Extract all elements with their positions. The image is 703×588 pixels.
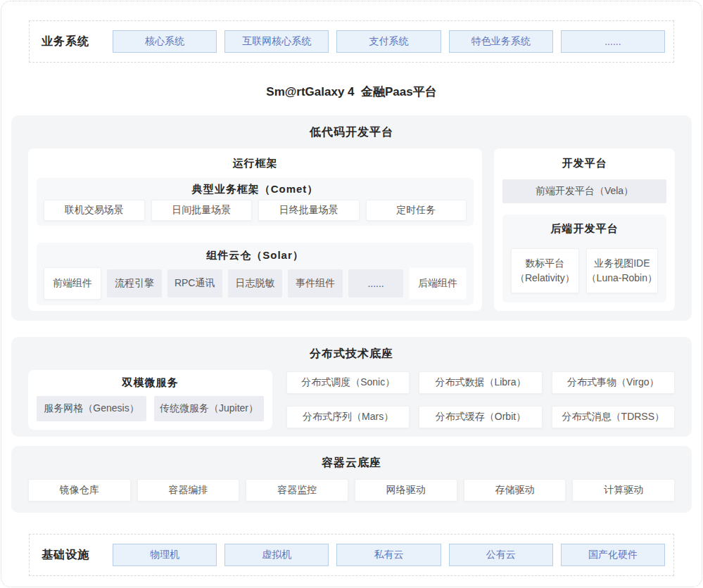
- solar-component-panel: 组件云仓（Solar） 前端组件 流程引擎 RPC通讯 日志脱敏 事件组件 ..…: [37, 243, 474, 305]
- comet-item-scheduled-task: 定时任务: [366, 200, 467, 221]
- container-items-row: 镜像仓库 容器编排 容器监控 网络驱动 存储驱动 计算驱动: [28, 479, 675, 501]
- business-system-box-internet-core: 互联网核心系统: [224, 30, 329, 53]
- solar-item-backend-component: 后端组件: [409, 267, 467, 300]
- infra-box-private-cloud: 私有云: [336, 544, 441, 566]
- solar-items-row: 前端组件 流程引擎 RPC通讯 日志脱敏 事件组件 ...... 后端组件: [44, 267, 467, 300]
- backend-item-relativity-name: 数标平台: [525, 256, 564, 271]
- container-item-compute-driver: 计算驱动: [572, 479, 675, 501]
- comet-framework-panel: 典型业务框架（Comet） 联机交易场景 日间批量场景 日终批量场景 定时任务: [37, 178, 474, 226]
- business-system-box-ellipsis: ......: [561, 30, 665, 53]
- business-systems-items: 核心系统 互联网核心系统 支付系统 特色业务系统 ......: [113, 30, 665, 53]
- infrastructure-label: 基础设施: [42, 548, 113, 563]
- lowcode-content: 运行框架 典型业务框架（Comet） 联机交易场景 日间批量场景 日终批量场景 …: [28, 148, 675, 311]
- distributed-content: 双模微服务 服务网格（Genesis） 传统微服务（Jupiter） 分布式调度…: [28, 370, 675, 430]
- comet-items-row: 联机交易场景 日间批量场景 日终批量场景 定时任务: [44, 200, 467, 221]
- distributed-base-section: 分布式技术底座 双模微服务 服务网格（Genesis） 传统微服务（Jupite…: [11, 337, 692, 437]
- comet-item-online-trading: 联机交易场景: [44, 200, 145, 221]
- solar-chip-process-engine: 流程引擎: [107, 269, 162, 298]
- chip-traditional-microservice-jupiter: 传统微服务（Jupiter）: [154, 396, 264, 421]
- solar-chip-rpc: RPC通讯: [167, 269, 222, 298]
- infra-box-public-cloud: 公有云: [449, 544, 553, 566]
- infra-box-physical-machine: 物理机: [113, 544, 217, 566]
- dist-service-tdrss: 分布式消息（TDRSS）: [552, 406, 675, 428]
- container-cloud-title: 容器云底座: [28, 455, 675, 471]
- comet-framework-title: 典型业务框架（Comet）: [44, 182, 467, 196]
- business-systems-row: 业务系统 核心系统 互联网核心系统 支付系统 特色业务系统 ......: [29, 20, 674, 63]
- lowcode-platform-section: 低代码开发平台 运行框架 典型业务框架（Comet） 联机交易场景 日间批量场景…: [11, 115, 692, 321]
- backend-dev-items-row: 数标平台 （Relativity） 业务视图IDE （Luna-Robin）: [511, 248, 658, 293]
- backend-dev-platform-title: 后端开发平台: [511, 222, 658, 236]
- backend-item-relativity: 数标平台 （Relativity）: [511, 248, 579, 293]
- business-system-box-payment: 支付系统: [336, 30, 441, 53]
- container-item-orchestration: 容器编排: [137, 479, 240, 501]
- dist-service-mars: 分布式序列（Mars）: [286, 406, 410, 428]
- container-cloud-section: 容器云底座 镜像仓库 容器编排 容器监控 网络驱动 存储驱动 计算驱动: [11, 446, 692, 513]
- dist-service-sonic: 分布式调度（Sonic）: [286, 371, 410, 394]
- comet-item-eod-batch: 日终批量场景: [258, 200, 360, 221]
- backend-item-luna-robin-name: 业务视图IDE: [594, 256, 650, 271]
- runtime-framework-panel: 运行框架 典型业务框架（Comet） 联机交易场景 日间批量场景 日终批量场景 …: [28, 148, 482, 311]
- dev-platform-title: 开发平台: [502, 155, 666, 171]
- runtime-framework-title: 运行框架: [37, 155, 474, 171]
- dev-platform-panel: 开发平台 前端开发平台（Vela） 后端开发平台 数标平台 （Relativit…: [494, 148, 675, 311]
- solar-chip-event-component: 事件组件: [288, 269, 343, 298]
- page-title: Sm@rtGalaxy 4 金融Paas平台: [1, 84, 702, 101]
- infra-box-virtual-machine: 虚拟机: [224, 544, 329, 566]
- lowcode-platform-title: 低代码开发平台: [28, 124, 675, 140]
- dist-service-libra: 分布式数据（Libra）: [419, 371, 542, 394]
- solar-component-title: 组件云仓（Solar）: [44, 248, 467, 262]
- backend-item-luna-robin: 业务视图IDE （Luna-Robin）: [586, 248, 658, 293]
- infra-box-domestic-hardware: 国产化硬件: [561, 544, 665, 566]
- distributed-services-grid: 分布式调度（Sonic） 分布式数据（Libra） 分布式事物（Virgo） 分…: [286, 370, 675, 430]
- distributed-base-title: 分布式技术底座: [28, 346, 675, 362]
- infrastructure-row: 基础设施 物理机 虚拟机 私有云 公有云 国产化硬件: [29, 534, 674, 576]
- dual-mode-title: 双模微服务: [37, 376, 264, 390]
- container-item-monitoring: 容器监控: [246, 479, 348, 501]
- comet-item-intraday-batch: 日间批量场景: [151, 200, 253, 221]
- chip-service-mesh-genesis: 服务网格（Genesis）: [37, 396, 146, 421]
- container-item-network-driver: 网络驱动: [355, 479, 457, 501]
- dual-mode-microservice-panel: 双模微服务 服务网格（Genesis） 传统微服务（Jupiter）: [28, 370, 272, 430]
- dual-mode-items-row: 服务网格（Genesis） 传统微服务（Jupiter）: [37, 396, 264, 421]
- backend-dev-platform-panel: 后端开发平台 数标平台 （Relativity） 业务视图IDE （Luna-R…: [502, 215, 666, 302]
- solar-chip-log-masking: 日志脱敏: [228, 269, 283, 298]
- backend-item-relativity-code: （Relativity）: [515, 271, 575, 286]
- business-systems-label: 业务系统: [42, 34, 113, 49]
- solar-chip-ellipsis: ......: [348, 269, 403, 298]
- container-item-storage-driver: 存储驱动: [464, 479, 566, 501]
- solar-item-frontend-component: 前端组件: [44, 267, 101, 300]
- infrastructure-items: 物理机 虚拟机 私有云 公有云 国产化硬件: [113, 544, 665, 566]
- container-item-image-registry: 镜像仓库: [28, 479, 131, 501]
- vela-frontend-dev-platform: 前端开发平台（Vela）: [502, 179, 666, 203]
- dist-service-virgo: 分布式事物（Virgo）: [552, 371, 675, 394]
- dist-service-orbit: 分布式缓存（Orbit）: [419, 406, 542, 428]
- architecture-diagram: 业务系统 核心系统 互联网核心系统 支付系统 特色业务系统 ...... Sm@…: [1, 1, 702, 587]
- business-system-box-core: 核心系统: [113, 30, 217, 53]
- backend-item-luna-robin-code: （Luna-Robin）: [587, 271, 657, 286]
- business-system-box-special: 特色业务系统: [449, 30, 553, 53]
